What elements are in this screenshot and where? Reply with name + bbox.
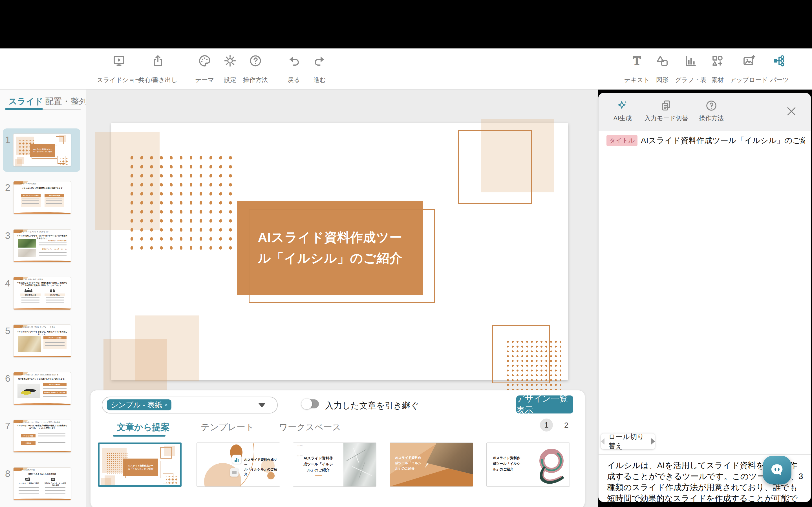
select-caret-icon	[259, 403, 265, 407]
carry-over-text-label: 入力した文章を引き継ぐ	[325, 400, 419, 411]
slide-thumbnail-item-4[interactable]: 4 メリット3: 情報の整理と可視化 AIを活用したイルシルでは、情報を整理・分…	[0, 277, 86, 319]
slide-thumbnail-item-5[interactable]: 5 イルシルの使い方 - 方法1: テンプレートを選ぶ イルシルのテンプレートを…	[0, 325, 86, 367]
slide-thumbnail-item-1[interactable]: 1 AIスライド資料作成ツール「イルシル」のご紹介	[0, 133, 86, 176]
slide-number: 5	[5, 326, 10, 336]
role-switch-button[interactable]: ロール切り替え	[601, 434, 655, 449]
tab-underline-active	[5, 108, 43, 110]
bottom-tab-underline	[113, 435, 165, 437]
deco-dot-grid-top-left[interactable]	[127, 153, 235, 251]
ai-sparkle-icon	[616, 100, 629, 112]
role-next-icon[interactable]	[651, 438, 655, 445]
asset-shapes-icon	[711, 54, 724, 68]
pages-icon	[660, 100, 672, 112]
tab-workspace[interactable]: ワークスペース	[279, 421, 341, 433]
slide-thumbnail-item-6[interactable]: 6 イルシルの使い方 - 方法2: 自動生成機能を活用する AIが最適な形でスラ…	[0, 372, 86, 414]
design-template-2[interactable]: AIスライド資料作成ツール「イルシル」のご紹介	[197, 443, 280, 487]
toggle-knob	[301, 399, 312, 409]
role-prev-icon[interactable]	[601, 438, 605, 445]
slideshow-icon	[112, 54, 126, 68]
ai-generate-button[interactable]: AI生成	[607, 100, 638, 122]
chat-support-button[interactable]	[763, 456, 792, 485]
slide-3-thumbnail[interactable]: メリット2: ハイクオリティなデザイン イルシルの美しいデザインがプレゼンテーシ…	[13, 229, 71, 262]
deco-outline-square-top-right[interactable]	[458, 130, 532, 204]
slide-6-thumbnail[interactable]: イルシルの使い方 - 方法2: 自動生成機能を活用する AIが最適な形でスライド…	[13, 372, 71, 405]
carry-over-text-toggle[interactable]	[303, 399, 319, 408]
parts-diagram-icon	[773, 54, 786, 68]
input-mode-switch-button[interactable]: 入力モード切替	[641, 100, 692, 122]
slide-thumbnail-item-2[interactable]: 2 メリット1: 時間の短縮 イルシルを使えば作業時間を大幅に短縮できます AI…	[0, 181, 86, 223]
main-toolbar: ホームに戻る スライドショー 共有/書き出し テーマ 設定 操作方法 戻る	[0, 48, 812, 90]
title-badge: タイトル	[606, 135, 638, 146]
panel-divider	[599, 454, 811, 455]
chat-bubble-icon	[768, 461, 786, 479]
design-template-5[interactable]: AIスライド資料作成ツール「イルシル」のご紹介	[486, 443, 570, 487]
slide-number: 4	[5, 278, 10, 289]
slide-number: 3	[5, 230, 10, 241]
slide-5-thumbnail[interactable]: イルシルの使い方 - 方法1: テンプレートを選ぶ イルシルのテンプレートを使っ…	[13, 325, 71, 357]
slide-thumbnail-item-8[interactable]: 8 イルシルの導入事例 業務から見るイルシルの活用効果 マッキンゼーやBBCなど…	[0, 467, 86, 507]
remove-tag-icon[interactable]: ×	[165, 402, 168, 408]
design-template-3[interactable]: フレーム フレーム AIスライド資料作成ツール「イルシル」のご紹介	[293, 443, 376, 487]
slide-thumbnail-item-3[interactable]: 3 メリット2: ハイクオリティなデザイン イルシルの美しいデザインがプレゼンテ…	[0, 229, 86, 272]
design-list-button[interactable]: デザイン一覧表示	[516, 395, 573, 413]
question-circle-icon	[705, 100, 718, 112]
slide-content-panel: AI生成 入力モード切替 操作方法 タイトル AIスライド資料作成ツール「イルシ…	[598, 93, 811, 502]
share-export-button[interactable]: 共有/書き出し	[134, 54, 182, 83]
page-2-button[interactable]: 2	[564, 421, 569, 430]
share-export-icon	[151, 54, 165, 68]
slide-number: 2	[5, 182, 10, 193]
deco-beige-square-bottom-left-2[interactable]	[103, 339, 167, 391]
style-tag[interactable]: シンプル - 表紙×	[107, 399, 171, 410]
deco-outline-rect-title[interactable]	[249, 209, 435, 303]
tab-suggest-from-text[interactable]: 文章から提案	[117, 421, 169, 433]
top-black-bar	[0, 0, 812, 48]
slide-number: 1	[5, 135, 10, 145]
page-1-button[interactable]: 1	[540, 418, 553, 432]
panel-help-button[interactable]: 操作方法	[695, 100, 728, 122]
slide-4-thumbnail[interactable]: メリット3: 情報の整理と可視化 AIを活用したイルシルでは、情報を整理・分類し…	[13, 277, 71, 310]
slide-list-sidebar: スライド 配置・整列 1 AIスライド資料作成ツール「イルシル」のご紹介 2 メ…	[0, 90, 86, 507]
slide-8-thumbnail[interactable]: イルシルの導入事例 業務から見るイルシルの活用効果 マッキンゼーやBBCなどで利…	[13, 467, 71, 500]
slide-title-value[interactable]: AIスライド資料作成ツール「イルシル」のご紹介	[641, 135, 805, 146]
close-panel-icon[interactable]	[785, 105, 798, 117]
slide-number: 7	[5, 421, 10, 432]
slide-number: 8	[5, 468, 10, 479]
slide-thumbnail-item-7[interactable]: 7 イルシルの使い方 - 方法3: バージョン管理と共有機能 イルシルはバージョ…	[0, 420, 86, 462]
slide-7-thumbnail[interactable]: イルシルの使い方 - 方法3: バージョン管理と共有機能 イルシルはバージョン管…	[13, 420, 71, 453]
slide-number: 6	[5, 373, 10, 384]
design-template-4[interactable]: AIスライド資料作成ツール「イルシル」のご紹介	[390, 443, 473, 487]
redo-icon	[313, 54, 326, 68]
slide-style-select[interactable]: シンプル - 表紙×	[102, 397, 278, 413]
slide-2-thumbnail[interactable]: メリット1: 時間の短縮 イルシルを使えば作業時間を大幅に短縮できます AIによ…	[13, 181, 71, 214]
swirl-ribbon-graphic	[533, 443, 569, 486]
deco-dot-grid-bottom-right[interactable]	[506, 339, 561, 392]
question-circle-icon	[249, 54, 262, 68]
content-panel-header: AI生成 入力モード切替 操作方法	[599, 93, 811, 131]
tab-template[interactable]: テンプレート	[201, 421, 254, 433]
design-template-1[interactable]: AIスライド資料作成ツール「イルシル」のご紹介	[98, 443, 182, 487]
parts-button[interactable]: パーツ	[756, 54, 804, 83]
upload-image-icon	[742, 54, 756, 68]
redo-button[interactable]: 進む	[297, 54, 342, 83]
slide-1-thumbnail[interactable]: AIスライド資料作成ツール「イルシル」のご紹介	[13, 133, 71, 166]
tab-slides[interactable]: スライド	[8, 96, 43, 107]
design-suggestion-panel: シンプル - 表紙× 入力した文章を引き継ぐ デザイン一覧表示 文章から提案 テ…	[90, 390, 585, 507]
slide-title-field[interactable]: タイトル AIスライド資料作成ツール「イルシル」のご紹介	[606, 135, 805, 146]
tab-arrange-align[interactable]: 配置・整列	[45, 96, 87, 107]
